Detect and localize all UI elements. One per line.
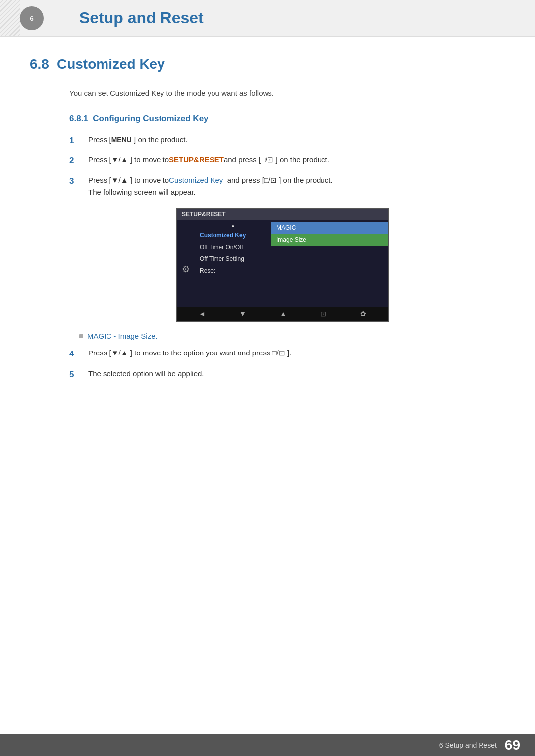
step-3-extra: The following screen will appear. — [88, 188, 196, 196]
screen-submenu-magic: MAGIC — [271, 222, 388, 234]
bullet-item-magic: MAGIC - Image Size. — [79, 332, 505, 340]
screen-gear-icon: ⚙ — [177, 220, 195, 319]
step-4-text: Press [▼/▲ ] to move to the option you w… — [88, 347, 505, 359]
section-title: 6.8 Customized Key — [30, 56, 505, 72]
footer-page-number: 69 — [505, 737, 520, 753]
screen-menu-header: SETUP&RESET — [177, 209, 388, 220]
section-heading: Customized Key — [57, 56, 165, 72]
screen-submenu-imagesize: Image Size — [271, 234, 388, 246]
screen-container: SETUP&RESET ⚙ ▲ Customized Key Off Timer… — [59, 208, 505, 322]
step-1: 1 Press [MENU ] on the product. — [69, 134, 505, 147]
bullet-list: MAGIC - Image Size. — [79, 332, 505, 340]
bullet-dot — [79, 334, 83, 338]
bullet-text: MAGIC - Image Size. — [87, 332, 158, 340]
main-content: 6.8 Customized Key You can set Customize… — [0, 37, 535, 428]
step-2-text: Press [▼/▲ ] to move toSETUP&RESETand pr… — [88, 154, 505, 166]
step-3-number: 3 — [69, 174, 84, 188]
screen-menu-item-offtimer-onoff: Off Timer On/Off — [195, 241, 271, 253]
page-footer: 6 Setup and Reset 69 — [0, 734, 535, 756]
screen-menu-item-reset: Reset — [195, 265, 271, 277]
toolbar-btn-down: ▼ — [239, 310, 246, 318]
section-number: 6.8 — [30, 56, 49, 72]
step-4-number: 4 — [69, 347, 84, 360]
steps-list: 1 Press [MENU ] on the product. 2 Press … — [69, 134, 505, 198]
step-5: 5 The selected option will be applied. — [69, 368, 505, 381]
step-2-highlight: SETUP&RESET — [169, 155, 224, 164]
step-1-text: Press [MENU ] on the product. — [88, 134, 505, 146]
toolbar-btn-settings: ✿ — [360, 310, 366, 318]
step-2: 2 Press [▼/▲ ] to move toSETUP&RESETand … — [69, 154, 505, 167]
step-5-number: 5 — [69, 368, 84, 381]
subsection-title: 6.8.1 Configuring Customized Key — [69, 114, 505, 124]
screen-menu: ▲ Customized Key Off Timer On/Off Off Ti… — [195, 220, 271, 319]
screen-submenu: MAGIC Image Size — [271, 220, 388, 319]
toolbar-btn-up: ▲ — [280, 310, 287, 318]
screen-arrow-up: ▲ — [195, 222, 271, 229]
svg-text:6: 6 — [30, 15, 33, 22]
subsection-number: 6.8.1 — [69, 114, 88, 123]
step-5-text: The selected option will be applied. — [88, 368, 505, 380]
steps-list-2: 4 Press [▼/▲ ] to move to the option you… — [69, 347, 505, 381]
page-title: Setup and Reset — [79, 9, 204, 27]
screen-menu-item-offtimer-setting: Off Timer Setting — [195, 253, 271, 265]
toolbar-btn-enter: ⊡ — [321, 310, 326, 318]
step-3-text: Press [▼/▲ ] to move toCustomized Key an… — [88, 174, 505, 198]
step-1-number: 1 — [69, 134, 84, 147]
subsection-heading: Configuring Customized Key — [93, 114, 208, 123]
screen-body: ⚙ ▲ Customized Key Off Timer On/Off Off … — [177, 220, 388, 319]
toolbar-btn-left: ◄ — [199, 310, 206, 318]
step-3-highlight: Customized Key — [169, 176, 223, 184]
diagonal-decoration — [0, 0, 20, 36]
step-2-number: 2 — [69, 154, 84, 167]
section-description: You can set Customized Key to the mode y… — [69, 87, 505, 99]
monitor-screen: SETUP&RESET ⚙ ▲ Customized Key Off Timer… — [176, 208, 389, 322]
screen-menu-item-customized: Customized Key — [195, 229, 271, 241]
page-header: 6 Setup and Reset — [0, 0, 535, 37]
step-3: 3 Press [▼/▲ ] to move toCustomized Key … — [69, 174, 505, 198]
footer-section-label: 6 Setup and Reset — [439, 741, 497, 749]
screen-toolbar: ◄ ▼ ▲ ⊡ ✿ — [177, 307, 388, 321]
step-4: 4 Press [▼/▲ ] to move to the option you… — [69, 347, 505, 360]
chapter-icon: 6 — [20, 6, 44, 30]
